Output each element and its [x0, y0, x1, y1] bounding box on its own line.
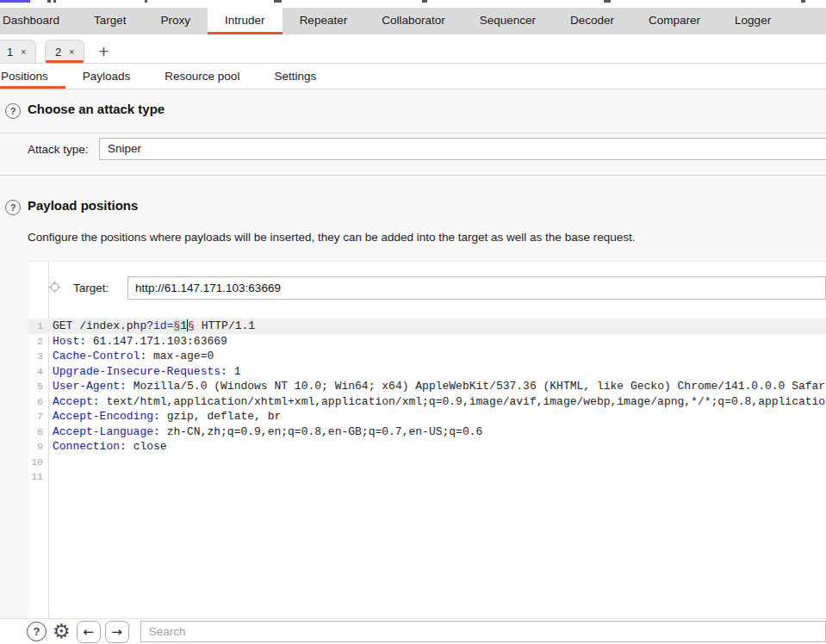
target-label: Target:: [73, 282, 109, 294]
nav-item-decoder[interactable]: Decoder: [553, 8, 631, 34]
help-icon[interactable]: ?: [27, 622, 47, 641]
line-number: 9: [28, 439, 48, 455]
payload-value: 1: [180, 319, 187, 332]
plain-text: text/html,application/xhtml+xml,applicat…: [100, 395, 826, 408]
header-name: Upgrade-Insecure-Requests:: [53, 365, 227, 378]
parameter-name: id=: [153, 319, 173, 332]
request-line: 8Accept-Language: zh-CN,zh;q=0.9,en;q=0.…: [28, 424, 826, 440]
attack-tab-2[interactable]: 2×: [45, 40, 84, 63]
line-content: Host: 61.147.171.103:63669: [48, 334, 227, 350]
header-name: Accept:: [53, 395, 100, 408]
plain-text: 61.147.171.103:63669: [86, 335, 227, 348]
nav-item-comparer[interactable]: Comparer: [631, 8, 717, 34]
section-divider: [0, 175, 826, 176]
settings-gear-icon[interactable]: ⚙: [53, 622, 71, 641]
add-tab-button[interactable]: +: [98, 43, 109, 60]
payload-marker: §: [188, 319, 195, 332]
window-menu-strip: [0, 0, 826, 8]
editor-footer-bar: ? ⚙ ← →: [0, 618, 826, 644]
nav-item-sequencer[interactable]: Sequencer: [463, 8, 553, 34]
attack-type-section-title: Choose an attack type: [28, 102, 165, 116]
burp-suite-window: DashboardTargetProxyIntruderRepeaterColl…: [0, 0, 826, 644]
line-number: 3: [28, 349, 48, 364]
plain-text: max-age=0: [146, 350, 214, 362]
tab-payloads[interactable]: Payloads: [65, 65, 148, 89]
nav-item-proxy[interactable]: Proxy: [144, 8, 208, 34]
main-nav: DashboardTargetProxyIntruderRepeaterColl…: [0, 8, 826, 34]
line-content: [48, 469, 53, 485]
target-row: Target:: [28, 262, 826, 312]
tab-positions[interactable]: Positions: [0, 65, 65, 89]
request-line: 2Host: 61.147.171.103:63669: [28, 334, 826, 350]
close-tab-icon[interactable]: ×: [69, 47, 74, 57]
header-name: Host:: [53, 335, 86, 348]
line-number: 10: [28, 455, 48, 470]
attack-type-label: Attack type:: [28, 143, 89, 156]
menu-text-fragment: [274, 0, 282, 3]
line-content: Connection: close: [48, 439, 167, 455]
payload-positions-description: Configure the positions where payloads w…: [28, 231, 635, 244]
line-content: Accept-Language: zh-CN,zh;q=0.9,en;q=0.8…: [48, 424, 482, 440]
menu-text-fragment: [145, 0, 147, 3]
line-content: Upgrade-Insecure-Requests: 1: [48, 364, 240, 380]
menu-text-fragment: [801, 0, 805, 3]
header-name: Accept-Encoding:: [53, 410, 160, 423]
header-name: Cache-Control:: [53, 350, 146, 362]
menu-text-fragment: [53, 0, 56, 3]
help-icon[interactable]: ?: [5, 103, 21, 119]
payload-positions-section-title: Payload positions: [28, 198, 138, 213]
line-number: 2: [28, 334, 48, 350]
tab-settings[interactable]: Settings: [257, 65, 333, 89]
nav-item-dashboard[interactable]: Dashboard: [0, 8, 77, 34]
request-line: 6Accept: text/html,application/xhtml+xml…: [28, 394, 826, 410]
plain-text: Mozilla/5.0 (Windows NT 10.0; Win64; x64…: [127, 380, 826, 393]
line-content: [48, 455, 53, 470]
section-divider: [0, 133, 826, 133]
nav-item-logger[interactable]: Logger: [717, 8, 788, 34]
request-panel: Target: 1GET /index.php?id=§1§ HTTP/1.12…: [28, 261, 826, 618]
attack-tab-1[interactable]: 1×: [0, 40, 36, 63]
header-name: User-Agent:: [53, 380, 127, 393]
menu-text-fragment: [604, 0, 611, 3]
line-content: User-Agent: Mozilla/5.0 (Windows NT 10.0…: [48, 379, 826, 394]
plain-text: gzip, deflate, br: [160, 410, 281, 423]
plain-text: HTTP/1.1: [195, 319, 255, 332]
request-editor[interactable]: 1GET /index.php?id=§1§ HTTP/1.12Host: 61…: [28, 319, 826, 618]
menu-text-fragment: [47, 0, 51, 3]
header-name: Connection:: [53, 440, 127, 453]
plain-text: 1: [227, 365, 241, 378]
line-content: Accept-Encoding: gzip, deflate, br: [48, 409, 281, 424]
line-content: GET /index.php?id=§1§ HTTP/1.1: [48, 319, 255, 334]
request-line: 11: [28, 469, 826, 485]
line-number: 11: [28, 469, 48, 485]
next-match-button[interactable]: →: [105, 621, 129, 643]
nav-item-intruder[interactable]: Intruder: [208, 8, 283, 34]
line-number: 4: [28, 364, 48, 380]
nav-item-target[interactable]: Target: [77, 8, 144, 34]
request-line: 4Upgrade-Insecure-Requests: 1: [28, 364, 826, 380]
search-input[interactable]: [140, 621, 826, 642]
attack-tab-label: 1: [7, 46, 13, 59]
line-number: 1: [28, 319, 48, 334]
attack-type-select[interactable]: Sniper: [99, 138, 826, 160]
intruder-subtabs: PositionsPayloadsResource poolSettings: [0, 65, 826, 90]
menu-accent-bar: [0, 0, 30, 3]
plain-text: zh-CN,zh;q=0.9,en;q=0.8,en-GB;q=0.7,en-U…: [160, 425, 482, 438]
line-content: Accept: text/html,application/xhtml+xml,…: [48, 394, 826, 410]
nav-item-collaborator[interactable]: Collaborator: [364, 8, 463, 34]
attack-tab-bar: 1×2×+: [0, 34, 826, 64]
line-number: 6: [28, 394, 48, 410]
line-content: Cache-Control: max-age=0: [48, 349, 214, 364]
tab-resource-pool[interactable]: Resource pool: [147, 65, 257, 89]
header-name: Accept-Language:: [53, 425, 160, 438]
help-icon[interactable]: ?: [5, 200, 21, 215]
close-tab-icon[interactable]: ×: [21, 47, 26, 57]
nav-item-repeater[interactable]: Repeater: [283, 8, 365, 34]
previous-match-button[interactable]: ←: [77, 621, 101, 643]
line-number: 7: [28, 409, 48, 424]
request-line: 7Accept-Encoding: gzip, deflate, br: [28, 409, 826, 424]
target-input[interactable]: [127, 276, 826, 300]
attack-tab-label: 2: [55, 46, 61, 59]
attack-type-value: Sniper: [108, 142, 141, 155]
request-line: 3Cache-Control: max-age=0: [28, 349, 826, 364]
